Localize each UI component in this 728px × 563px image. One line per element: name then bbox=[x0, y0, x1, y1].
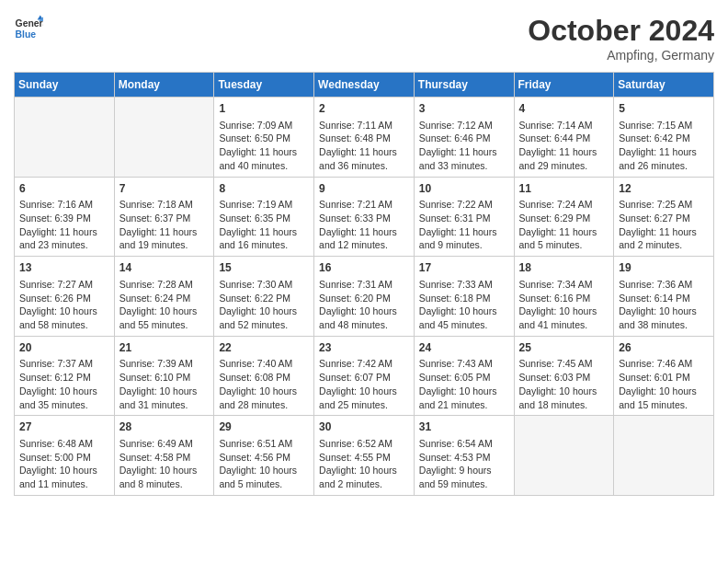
calendar-cell: 14Sunrise: 7:28 AMSunset: 6:24 PMDayligh… bbox=[114, 257, 214, 337]
day-info: Daylight: 10 hours and 5 minutes. bbox=[219, 464, 309, 490]
day-info: Sunset: 6:03 PM bbox=[519, 371, 609, 385]
day-info: Sunrise: 7:15 AM bbox=[619, 119, 709, 132]
day-number: 29 bbox=[219, 419, 309, 435]
day-info: Daylight: 10 hours and 45 minutes. bbox=[419, 304, 509, 331]
day-info: Sunrise: 7:22 AM bbox=[419, 198, 509, 212]
day-number: 22 bbox=[219, 340, 309, 356]
page-header: General Blue October 2024 Ampfing, Germa… bbox=[14, 14, 714, 63]
day-info: Sunset: 6:50 PM bbox=[219, 132, 309, 145]
calendar-table: SundayMondayTuesdayWednesdayThursdayFrid… bbox=[14, 72, 714, 496]
day-info: Daylight: 11 hours and 36 minutes. bbox=[319, 145, 409, 172]
day-info: Sunset: 6:27 PM bbox=[619, 212, 709, 225]
calendar-cell: 21Sunrise: 7:39 AMSunset: 6:10 PMDayligh… bbox=[114, 336, 214, 416]
calendar-cell: 30Sunrise: 6:52 AMSunset: 4:55 PMDayligh… bbox=[314, 416, 415, 496]
day-number: 14 bbox=[119, 260, 210, 276]
day-info: Daylight: 10 hours and 35 minutes. bbox=[19, 385, 109, 411]
calendar-cell: 17Sunrise: 7:33 AMSunset: 6:18 PMDayligh… bbox=[414, 257, 514, 337]
day-info: Sunrise: 6:54 AM bbox=[419, 437, 509, 451]
day-info: Sunrise: 7:36 AM bbox=[619, 278, 709, 292]
calendar-cell: 20Sunrise: 7:37 AMSunset: 6:12 PMDayligh… bbox=[15, 336, 115, 416]
day-number: 16 bbox=[319, 260, 409, 276]
day-info: Daylight: 11 hours and 26 minutes. bbox=[619, 145, 709, 172]
day-number: 8 bbox=[219, 181, 309, 197]
calendar-cell: 8Sunrise: 7:19 AMSunset: 6:35 PMDaylight… bbox=[214, 177, 314, 257]
weekday-header: Saturday bbox=[614, 73, 714, 98]
day-info: Sunset: 6:31 PM bbox=[419, 212, 509, 225]
calendar-row: 20Sunrise: 7:37 AMSunset: 6:12 PMDayligh… bbox=[15, 336, 714, 416]
day-info: Daylight: 10 hours and 25 minutes. bbox=[319, 385, 409, 411]
day-info: Sunset: 6:33 PM bbox=[319, 212, 409, 225]
day-info: Sunset: 4:58 PM bbox=[119, 451, 210, 465]
weekday-header: Wednesday bbox=[314, 73, 415, 98]
day-info: Daylight: 9 hours and 59 minutes. bbox=[419, 464, 509, 490]
day-info: Sunset: 6:16 PM bbox=[519, 292, 609, 305]
day-info: Sunset: 6:08 PM bbox=[219, 371, 309, 385]
day-info: Sunrise: 6:51 AM bbox=[219, 437, 309, 451]
day-info: Sunset: 6:39 PM bbox=[19, 212, 109, 225]
day-info: Sunrise: 7:45 AM bbox=[519, 357, 609, 371]
day-number: 10 bbox=[419, 181, 509, 197]
logo-icon: General Blue bbox=[14, 14, 43, 43]
weekday-header: Friday bbox=[514, 73, 614, 98]
day-info: Daylight: 11 hours and 9 minutes. bbox=[419, 225, 509, 252]
day-number: 1 bbox=[219, 101, 309, 117]
day-info: Sunrise: 6:48 AM bbox=[19, 437, 109, 451]
day-number: 28 bbox=[119, 419, 210, 435]
day-info: Daylight: 10 hours and 41 minutes. bbox=[519, 304, 609, 331]
day-info: Daylight: 10 hours and 8 minutes. bbox=[119, 464, 210, 490]
day-info: Sunset: 4:53 PM bbox=[419, 451, 509, 465]
day-info: Daylight: 10 hours and 58 minutes. bbox=[19, 304, 109, 331]
day-info: Sunset: 5:00 PM bbox=[19, 451, 109, 465]
day-info: Sunrise: 7:27 AM bbox=[19, 278, 109, 292]
calendar-cell: 13Sunrise: 7:27 AMSunset: 6:26 PMDayligh… bbox=[15, 257, 115, 337]
calendar-row: 6Sunrise: 7:16 AMSunset: 6:39 PMDaylight… bbox=[15, 177, 714, 257]
svg-text:Blue: Blue bbox=[16, 29, 37, 40]
weekday-header: Sunday bbox=[15, 73, 115, 98]
day-info: Sunset: 6:35 PM bbox=[219, 212, 309, 225]
day-info: Sunrise: 7:24 AM bbox=[519, 198, 609, 212]
weekday-header: Tuesday bbox=[214, 73, 314, 98]
day-info: Sunrise: 7:21 AM bbox=[319, 198, 409, 212]
day-info: Sunset: 6:48 PM bbox=[319, 132, 409, 145]
calendar-cell: 5Sunrise: 7:15 AMSunset: 6:42 PMDaylight… bbox=[614, 98, 714, 178]
day-number: 11 bbox=[519, 181, 609, 197]
day-info: Daylight: 10 hours and 11 minutes. bbox=[19, 464, 109, 490]
calendar-cell: 7Sunrise: 7:18 AMSunset: 6:37 PMDaylight… bbox=[114, 177, 214, 257]
day-info: Sunrise: 7:43 AM bbox=[419, 357, 509, 371]
day-number: 5 bbox=[619, 101, 709, 117]
day-info: Sunset: 6:37 PM bbox=[119, 212, 210, 225]
day-info: Daylight: 10 hours and 52 minutes. bbox=[219, 304, 309, 331]
weekday-header: Thursday bbox=[414, 73, 514, 98]
day-number: 24 bbox=[419, 340, 509, 356]
weekday-header: Monday bbox=[114, 73, 214, 98]
calendar-cell: 31Sunrise: 6:54 AMSunset: 4:53 PMDayligh… bbox=[414, 416, 514, 496]
day-number: 13 bbox=[19, 260, 109, 276]
calendar-cell: 16Sunrise: 7:31 AMSunset: 6:20 PMDayligh… bbox=[314, 257, 415, 337]
day-number: 18 bbox=[519, 260, 609, 276]
day-info: Sunrise: 7:30 AM bbox=[219, 278, 309, 292]
day-info: Sunset: 6:05 PM bbox=[419, 371, 509, 385]
day-info: Daylight: 11 hours and 16 minutes. bbox=[219, 225, 309, 252]
day-info: Sunrise: 7:12 AM bbox=[419, 119, 509, 132]
day-number: 20 bbox=[19, 340, 109, 356]
day-info: Daylight: 11 hours and 5 minutes. bbox=[519, 225, 609, 252]
day-number: 3 bbox=[419, 101, 509, 117]
day-info: Daylight: 11 hours and 29 minutes. bbox=[519, 145, 609, 172]
day-number: 12 bbox=[619, 181, 709, 197]
month-title: October 2024 bbox=[528, 14, 714, 48]
day-info: Sunset: 6:20 PM bbox=[319, 292, 409, 305]
day-info: Sunrise: 7:39 AM bbox=[119, 357, 210, 371]
calendar-cell: 28Sunrise: 6:49 AMSunset: 4:58 PMDayligh… bbox=[114, 416, 214, 496]
day-info: Daylight: 10 hours and 38 minutes. bbox=[619, 304, 709, 331]
day-info: Daylight: 10 hours and 55 minutes. bbox=[119, 304, 210, 331]
calendar-cell: 22Sunrise: 7:40 AMSunset: 6:08 PMDayligh… bbox=[214, 336, 314, 416]
calendar-cell: 26Sunrise: 7:46 AMSunset: 6:01 PMDayligh… bbox=[614, 336, 714, 416]
calendar-row: 27Sunrise: 6:48 AMSunset: 5:00 PMDayligh… bbox=[15, 416, 714, 496]
calendar-cell: 4Sunrise: 7:14 AMSunset: 6:44 PMDaylight… bbox=[514, 98, 614, 178]
day-number: 17 bbox=[419, 260, 509, 276]
day-info: Sunrise: 7:14 AM bbox=[519, 119, 609, 132]
day-info: Sunrise: 6:49 AM bbox=[119, 437, 210, 451]
day-info: Sunrise: 7:19 AM bbox=[219, 198, 309, 212]
calendar-cell: 15Sunrise: 7:30 AMSunset: 6:22 PMDayligh… bbox=[214, 257, 314, 337]
day-info: Sunset: 6:46 PM bbox=[419, 132, 509, 145]
